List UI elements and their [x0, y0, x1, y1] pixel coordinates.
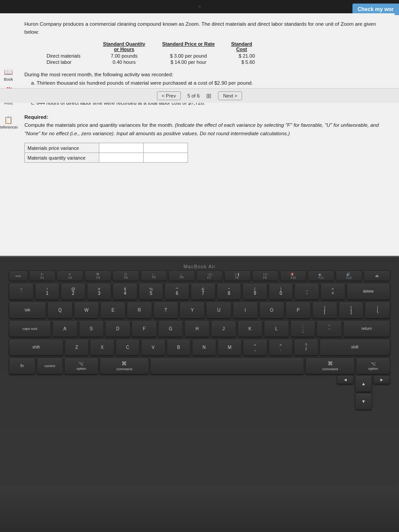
- right-arrow-key[interactable]: ►: [373, 375, 390, 384]
- price-variance-value1[interactable]: [99, 143, 143, 153]
- esc-key[interactable]: esc: [9, 270, 28, 281]
- tab-key[interactable]: tab: [9, 301, 46, 318]
- n-key[interactable]: N: [192, 339, 216, 356]
- y-key[interactable]: Y: [180, 301, 205, 318]
- d-key[interactable]: D: [105, 320, 130, 337]
- l-key[interactable]: L: [264, 320, 289, 337]
- k-key[interactable]: K: [238, 320, 263, 337]
- next-button[interactable]: Next >: [218, 91, 242, 100]
- z-key[interactable]: Z: [65, 339, 89, 356]
- q-key[interactable]: Q: [47, 301, 73, 318]
- comma-key[interactable]: <,: [243, 339, 267, 356]
- num3-key[interactable]: #3: [87, 283, 112, 300]
- number-row: ~` !1 @2 #3 $4 %5 ^6 &7 *8 (9 )0 _- += d…: [9, 283, 390, 300]
- quantity-variance-value2[interactable]: [143, 153, 188, 163]
- p-key[interactable]: P: [286, 301, 311, 318]
- num0-key[interactable]: )0: [269, 283, 293, 300]
- i-key[interactable]: I: [233, 301, 258, 318]
- col1-header: Standard Quantityor Hours: [95, 41, 153, 53]
- f2-key[interactable]: ☀F2: [57, 270, 83, 281]
- sidebar-item-book[interactable]: 📖 Book: [3, 66, 14, 82]
- control-key[interactable]: control: [37, 357, 63, 374]
- f9-key[interactable]: ▷▷F9: [252, 270, 279, 281]
- w-key[interactable]: W: [74, 301, 99, 318]
- fn-key-row: esc ☀F1 ☀F2 ⌘F3 ◫F4 ⌕F5 ⌕F6 ◁◁F7 ▷❚F8 ▷▷…: [9, 270, 390, 281]
- up-arrow-key[interactable]: ▲: [355, 375, 372, 392]
- references-icon: 📋: [3, 114, 14, 125]
- u-key[interactable]: U: [206, 301, 231, 318]
- bracket-close-key[interactable]: }]: [339, 301, 364, 318]
- f1-key[interactable]: ☀F1: [29, 270, 56, 281]
- h-key[interactable]: H: [184, 320, 210, 337]
- left-command-key[interactable]: ⌘command: [100, 357, 149, 374]
- sidebar-item-references[interactable]: 📋 References: [0, 114, 19, 129]
- j-key[interactable]: J: [211, 320, 236, 337]
- navigation-bar: < Prev 5 of 6 ⊞ Next >: [0, 88, 399, 103]
- right-command-key[interactable]: ⌘command: [305, 357, 355, 374]
- o-key[interactable]: O: [259, 301, 285, 318]
- labor-cost: $ 5.60: [224, 59, 259, 65]
- num1-key[interactable]: !1: [35, 283, 60, 300]
- return-key[interactable]: return: [343, 320, 390, 337]
- quantity-variance-value1[interactable]: [99, 153, 143, 163]
- equals-key[interactable]: +=: [321, 283, 345, 300]
- right-shift-key[interactable]: shift: [320, 339, 390, 356]
- num6-key[interactable]: ^6: [164, 283, 189, 300]
- period-key[interactable]: >.: [269, 339, 293, 356]
- num8-key[interactable]: *8: [217, 283, 242, 300]
- e-key[interactable]: E: [100, 301, 125, 318]
- f6-key[interactable]: ⌕F6: [168, 270, 195, 281]
- left-shift-key[interactable]: shift: [9, 339, 63, 356]
- laptop-shell: Check my wor 📖 Book 🖨 Print 📋 References…: [0, 0, 399, 532]
- variance-table: Materials price variance Materials quant…: [24, 143, 188, 163]
- price-variance-value2[interactable]: [143, 143, 188, 153]
- down-arrow-key[interactable]: ▼: [355, 393, 372, 410]
- grid-icon[interactable]: ⊞: [206, 92, 211, 99]
- num7-key[interactable]: &7: [191, 283, 215, 300]
- t-key[interactable]: T: [153, 301, 179, 318]
- prev-button[interactable]: < Prev: [157, 91, 181, 100]
- f3-key[interactable]: ⌘F3: [85, 270, 111, 281]
- delete-key[interactable]: delete: [347, 283, 390, 300]
- space-key[interactable]: [150, 357, 304, 374]
- f11-key[interactable]: 🔉F11: [308, 270, 334, 281]
- num4-key[interactable]: $4: [113, 283, 137, 300]
- arrow-keys-area: ◄ ▲ ▼ ►: [9, 375, 390, 410]
- x-key[interactable]: X: [90, 339, 114, 356]
- r-key[interactable]: R: [127, 301, 152, 318]
- power-key[interactable]: ⏏: [364, 270, 390, 281]
- num5-key[interactable]: %5: [139, 283, 164, 300]
- semicolon-key[interactable]: :;: [290, 320, 316, 337]
- g-key[interactable]: G: [158, 320, 184, 337]
- v-key[interactable]: V: [141, 339, 165, 356]
- left-arrow-key[interactable]: ◄: [337, 375, 354, 384]
- tilde-key[interactable]: ~`: [9, 283, 34, 300]
- fn-key[interactable]: fn: [9, 357, 35, 374]
- slash-key[interactable]: ?/: [294, 339, 318, 356]
- a-key[interactable]: A: [52, 320, 78, 337]
- m-key[interactable]: M: [218, 339, 242, 356]
- minus-key[interactable]: _-: [294, 283, 319, 300]
- f5-key[interactable]: ⌕F5: [141, 270, 167, 281]
- backslash-key[interactable]: |\: [365, 301, 390, 318]
- caps-lock-key[interactable]: caps lock: [9, 320, 51, 337]
- left-option-key[interactable]: ⌥option: [64, 357, 98, 374]
- num2-key[interactable]: @2: [61, 283, 86, 300]
- standards-row-labor: Direct labor 0.40 hours $ 14.00 per hour…: [42, 59, 259, 65]
- num9-key[interactable]: (9: [243, 283, 267, 300]
- right-option-key[interactable]: ⌥option: [356, 357, 390, 374]
- book-label: Book: [4, 77, 13, 82]
- screen-bezel: [0, 0, 399, 13]
- bracket-open-key[interactable]: {[: [312, 301, 337, 318]
- c-key[interactable]: C: [116, 339, 140, 356]
- f8-key[interactable]: ▷❚F8: [224, 270, 251, 281]
- s-key[interactable]: S: [79, 320, 104, 337]
- f-key[interactable]: F: [132, 320, 157, 337]
- b-key[interactable]: B: [167, 339, 191, 356]
- f10-key[interactable]: 🔇F10: [280, 270, 307, 281]
- quote-key[interactable]: "': [317, 320, 342, 337]
- f4-key[interactable]: ◫F4: [113, 270, 139, 281]
- standards-table-wrapper: Standard Quantityor Hours Standard Price…: [42, 41, 388, 65]
- f12-key[interactable]: 🔊F12: [336, 270, 362, 281]
- f7-key[interactable]: ◁◁F7: [196, 270, 223, 281]
